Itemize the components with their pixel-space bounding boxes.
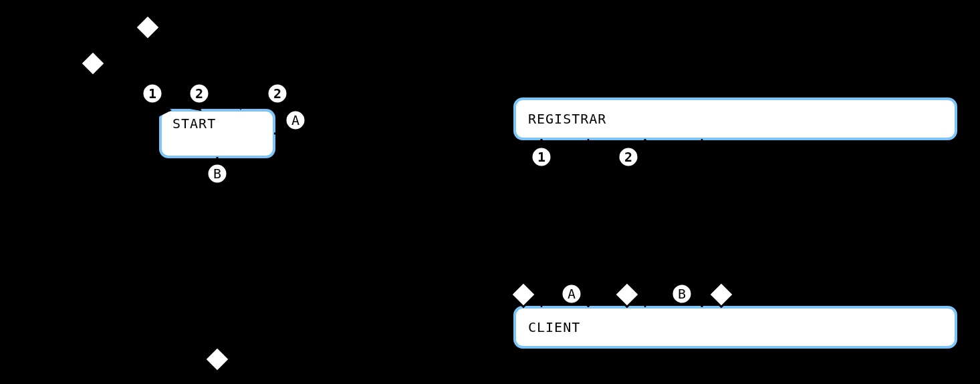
diamond-source-1 (81, 51, 106, 76)
badge-loop-num-label: 2 (273, 85, 281, 102)
badge-msg2-label: 2 (624, 149, 632, 165)
diamond-end (205, 347, 230, 372)
diamond-trailing (709, 282, 734, 307)
badge-loop-letter-label: A (291, 112, 299, 128)
badge-in-1-label: 1 (148, 85, 156, 102)
badge-msg1-label: 1 (537, 149, 545, 165)
diamond-source-2 (136, 15, 160, 40)
diamond-msg2-origin (615, 282, 640, 307)
badge-resp-a-label: A (568, 286, 576, 302)
badge-in-2-label: 2 (195, 85, 203, 102)
badge-resp-b-label: B (678, 286, 686, 302)
lane-client-label: CLIENT (528, 319, 580, 335)
diagram-canvas: START 1 2 2 A B REGISTRAR CLIENT (0, 0, 980, 384)
state-start-label: START (172, 116, 216, 132)
sequence-diagram: REGISTRAR CLIENT 1 A 2 B (511, 99, 956, 347)
diamond-msg1-origin (511, 282, 536, 307)
state-diagram: START 1 2 2 A B (81, 15, 314, 372)
lane-client (515, 307, 956, 347)
badge-out-b-label: B (213, 166, 221, 182)
lane-registrar-label: REGISTRAR (528, 111, 606, 127)
